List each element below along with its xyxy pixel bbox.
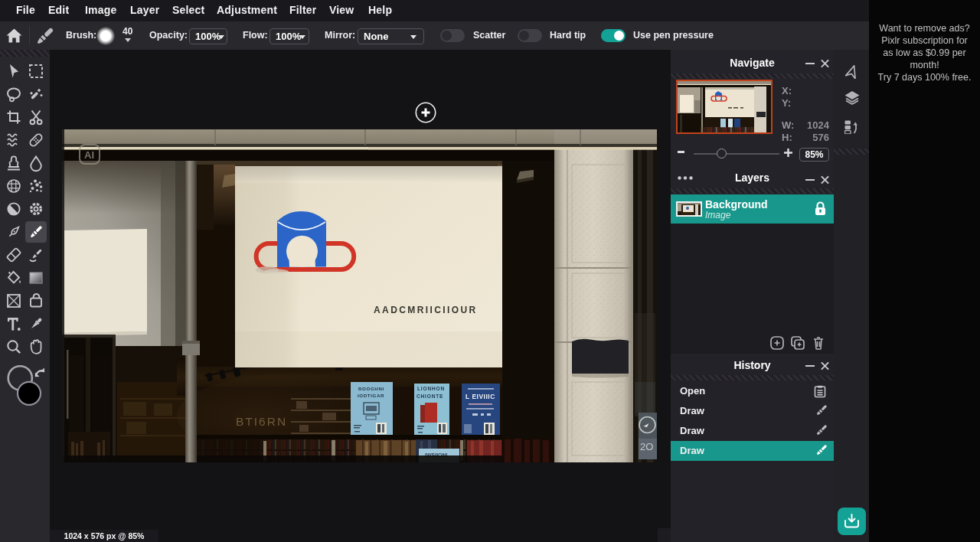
svg-text:CHIONTE: CHIONTE	[416, 393, 443, 399]
svg-text:L EIVIIIC: L EIVIIIC	[466, 393, 495, 400]
svg-text:2O: 2O	[640, 441, 653, 452]
svg-text:AADCMRIICIIOUR: AADCMRIICIIOUR	[374, 305, 478, 315]
svg-text:BOOGHNI: BOOGHNI	[358, 386, 384, 391]
svg-text:BTI6RN: BTI6RN	[236, 415, 287, 428]
svg-text:LIONHON: LIONHON	[417, 386, 445, 391]
svg-text:AI: AI	[84, 149, 94, 161]
svg-text:IODTIGAR: IODTIGAR	[358, 393, 384, 398]
